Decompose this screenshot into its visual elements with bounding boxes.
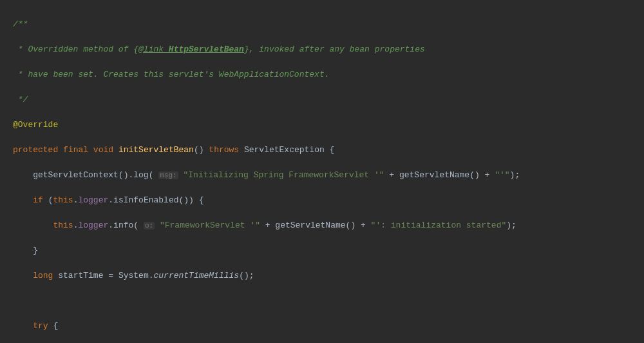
string: "FrameworkServlet '" bbox=[160, 220, 260, 230]
javadoc-line-end: }, invoked after any bean properties bbox=[244, 44, 425, 54]
javadoc-line: * have been set. Creates this servlet's … bbox=[13, 70, 329, 79]
code-line: protected final void initServletBean() t… bbox=[13, 144, 644, 157]
method-call: log bbox=[133, 170, 148, 180]
code-line: * Overridden method of {@link HttpServle… bbox=[13, 43, 644, 56]
code-line bbox=[13, 295, 644, 308]
javadoc-link-tag: @link bbox=[138, 44, 164, 54]
method-name: initServletBean bbox=[118, 145, 194, 155]
javadoc-link-text: HttpServletBean bbox=[164, 44, 244, 54]
keyword: if bbox=[33, 195, 43, 205]
keyword: protected bbox=[13, 145, 58, 155]
method-call: getServletName bbox=[275, 220, 345, 230]
method-call: getServletContext bbox=[33, 170, 118, 180]
keyword: this bbox=[53, 195, 73, 205]
field: logger bbox=[78, 220, 108, 230]
method-call: isInfoEnabled bbox=[113, 195, 178, 205]
keyword: long bbox=[33, 271, 53, 280]
code-line: */ bbox=[13, 93, 644, 106]
string: "Initializing Spring FrameworkServlet '" bbox=[183, 170, 384, 180]
type: System bbox=[118, 271, 149, 280]
string: "'" bbox=[495, 170, 509, 180]
method-call: getServletName bbox=[399, 170, 469, 180]
javadoc-end: */ bbox=[13, 95, 28, 104]
string: "': initialization started" bbox=[371, 220, 507, 230]
keyword: final bbox=[63, 145, 88, 155]
keyword: void bbox=[93, 145, 113, 155]
code-editor[interactable]: /** * Overridden method of {@link HttpSe… bbox=[0, 0, 644, 343]
code-line: * have been set. Creates this servlet's … bbox=[13, 68, 644, 81]
keyword: try bbox=[33, 321, 48, 331]
field: logger bbox=[78, 195, 108, 205]
code-line: @Override bbox=[13, 119, 644, 132]
javadoc-start: /** bbox=[13, 19, 28, 29]
param-hint: o: bbox=[144, 222, 155, 230]
annotation-override: @Override bbox=[13, 120, 58, 130]
javadoc-line: * Overridden method of { bbox=[13, 44, 138, 54]
code-line: this.logger.info( o: "FrameworkServlet '… bbox=[13, 219, 644, 232]
code-line: getServletContext().log( msg: "Initializ… bbox=[13, 169, 644, 182]
static-method: currentTimeMillis bbox=[154, 271, 240, 280]
keyword: this bbox=[53, 220, 73, 230]
variable: startTime bbox=[58, 271, 103, 280]
code-line: /** bbox=[13, 18, 644, 31]
code-line: if (this.logger.isInfoEnabled()) { bbox=[13, 194, 644, 207]
type: ServletException bbox=[244, 145, 325, 155]
keyword: throws bbox=[209, 145, 239, 155]
method-call: info bbox=[113, 220, 133, 230]
param-hint: msg: bbox=[158, 172, 178, 179]
code-line: try { bbox=[13, 320, 644, 333]
code-line: long startTime = System.currentTimeMilli… bbox=[13, 270, 644, 282]
code-line: } bbox=[13, 244, 644, 257]
